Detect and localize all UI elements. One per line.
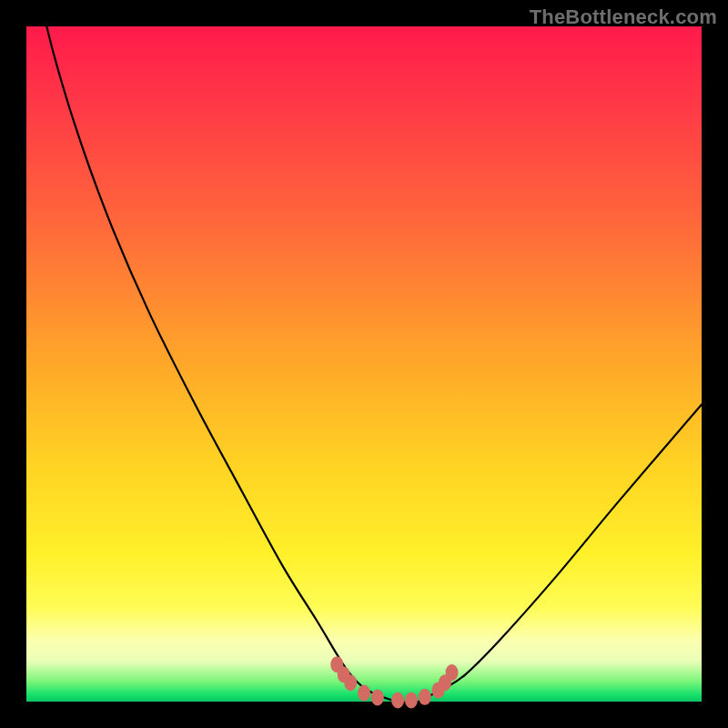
chart-frame: TheBottleneck.com: [0, 0, 728, 728]
curve-line: [26, 0, 702, 703]
curve-marker: [371, 690, 384, 706]
bottleneck-curve: [26, 26, 702, 702]
curve-marker: [344, 674, 357, 691]
plot-area: [26, 26, 702, 702]
marker-group: [330, 656, 458, 708]
curve-marker: [405, 693, 418, 709]
curve-marker: [358, 684, 370, 701]
watermark-text: TheBottleneck.com: [530, 5, 717, 29]
curve-marker: [446, 664, 459, 681]
curve-marker: [391, 693, 404, 709]
curve-marker: [419, 689, 431, 705]
